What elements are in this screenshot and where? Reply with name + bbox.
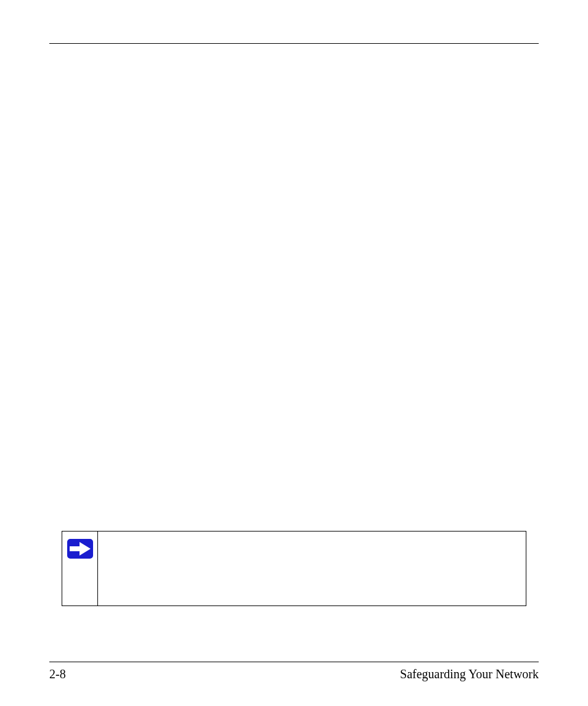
notice-box xyxy=(62,531,526,606)
top-horizontal-rule xyxy=(49,43,539,44)
footer-line: 2-8 Safeguarding Your Network xyxy=(49,667,539,681)
document-page: 2-8 Safeguarding Your Network xyxy=(0,0,588,706)
arrow-right-icon xyxy=(66,538,94,560)
footer-horizontal-rule xyxy=(49,662,539,662)
page-footer: 2-8 Safeguarding Your Network xyxy=(49,662,539,681)
notice-text-cell xyxy=(98,532,526,605)
page-number: 2-8 xyxy=(49,667,66,681)
section-title: Safeguarding Your Network xyxy=(400,667,539,681)
notice-icon-cell xyxy=(62,532,98,605)
page-content xyxy=(49,68,539,500)
